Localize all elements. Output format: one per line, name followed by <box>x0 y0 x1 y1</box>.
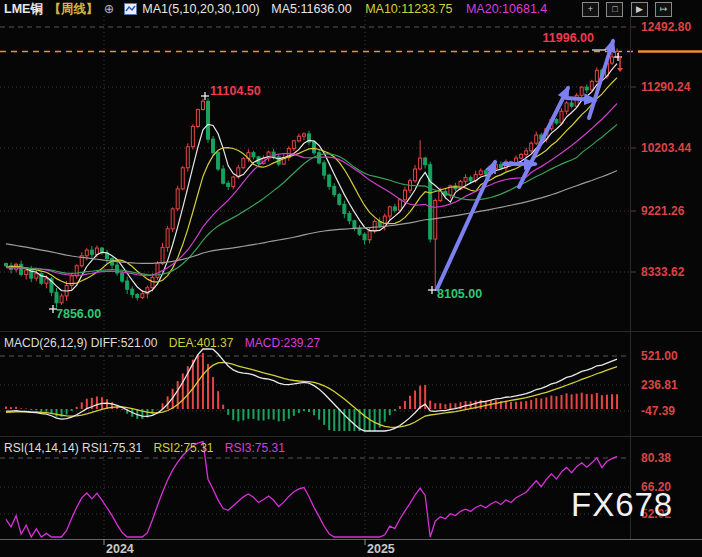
ma-settings-label: MA1(5,10,20,30,100) <box>142 2 259 16</box>
instrument-name: LME铜 <box>4 2 43 16</box>
macd-legend-dea: DEA:401.37 <box>169 336 234 350</box>
x-axis-year-label: 2025 <box>367 542 395 556</box>
chart-header: LME铜 【周线】 ⊕ MA1(5,10,20,30,100) MA5:1163… <box>4 2 549 18</box>
chart-toolbar: + □ ▶ ↦ <box>582 2 675 20</box>
price-axis-tick: 8333.62 <box>641 265 684 279</box>
expand-icon[interactable]: ⊕ <box>104 2 114 16</box>
price-axis-tick: 11290.24 <box>641 80 690 94</box>
axis-scale-button[interactable]: □ <box>606 2 623 17</box>
peak-2024-label: 11104.50 <box>210 84 290 98</box>
macd-legend-macd: MACD:239.27 <box>245 336 320 350</box>
chart-style-icon[interactable] <box>124 3 137 18</box>
kline-chart-window: LME铜 【周线】 ⊕ MA1(5,10,20,30,100) MA5:1163… <box>0 0 702 557</box>
macd-axis-tick: 236.81 <box>641 378 678 392</box>
macd-axis-tick: -47.39 <box>641 404 675 418</box>
price-axis-tick: 9221.26 <box>641 204 684 218</box>
rsi-legend: RSI(14,14,14) RSI1:75.31 RSI2:75.31 RSI3… <box>4 441 285 455</box>
rsi-legend-rsi2: RSI2:75.31 <box>153 441 213 455</box>
ma5-value: MA5:11636.00 <box>271 2 351 16</box>
macd-legend: MACD(26,12,9) DIFF:521.00 DEA:401.37 MAC… <box>4 336 320 350</box>
rsi-axis-tick: 80.38 <box>641 451 671 465</box>
low-2023-label: 7856.00 <box>56 307 136 321</box>
pan-tool-button[interactable]: + <box>582 2 599 17</box>
rsi-legend-main: RSI(14,14,14) RSI1:75.31 <box>4 441 142 455</box>
ma20-value: MA20:10681.4 <box>466 2 547 16</box>
x-axis-year-label: 2024 <box>106 542 134 556</box>
watermark: FX678 <box>571 498 673 512</box>
crash-low-label: 8105.00 <box>437 287 517 301</box>
current-high-label: 11996.00 <box>514 31 594 45</box>
price-axis-tick: 10203.44 <box>641 141 691 155</box>
candlestick-chart-canvas[interactable] <box>0 0 702 557</box>
ma10-value: MA10:11233.75 <box>365 2 452 16</box>
rsi-legend-rsi3: RSI3:75.31 <box>225 441 285 455</box>
go-to-latest-button[interactable]: ↦ <box>655 2 672 17</box>
macd-axis-tick: 521.00 <box>641 349 678 363</box>
macd-legend-main: MACD(26,12,9) DIFF:521.00 <box>4 336 157 350</box>
play-forward-button[interactable]: ▶ <box>631 2 648 17</box>
period-label: 【周线】 <box>48 2 98 16</box>
price-axis-tick: 12492.80 <box>641 20 691 34</box>
